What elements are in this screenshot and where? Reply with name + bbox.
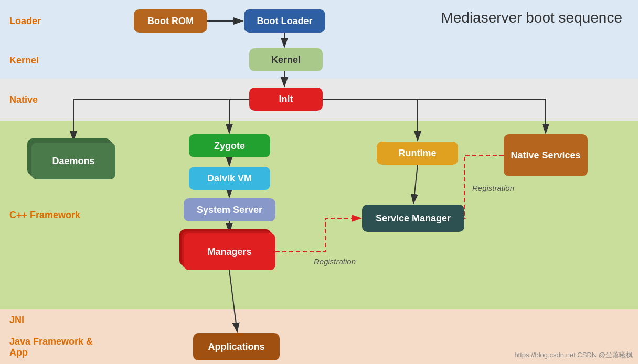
dalvik-node: Dalvik VM — [189, 167, 270, 190]
layer-kernel-label: Kernel — [0, 55, 105, 66]
diagram-title: Mediaserver boot sequence — [441, 9, 622, 26]
layer-jni: JNI — [0, 309, 638, 330]
init-node: Init — [249, 88, 323, 111]
layer-cpp-label: C++ Framework — [0, 210, 105, 221]
zygote-node: Zygote — [189, 134, 270, 157]
watermark: https://blog.csdn.net CSDN @尘落曦枫 — [514, 350, 633, 360]
system-server-node: System Server — [184, 198, 275, 221]
daemons-node: Daemons — [31, 143, 115, 179]
registration-label-2: Registration — [472, 184, 514, 192]
service-manager-node: Service Manager — [362, 205, 464, 232]
applications-node: Applications — [193, 333, 280, 360]
layer-loader-label: Loader — [0, 16, 105, 27]
layer-native-label: Native — [0, 94, 105, 105]
managers-node: Managers — [184, 233, 275, 270]
boot-rom-node: Boot ROM — [134, 9, 207, 33]
registration-label-1: Registration — [314, 257, 356, 266]
runtime-node: Runtime — [377, 142, 458, 165]
native-services-node: Native Services — [504, 134, 588, 176]
boot-loader-node: Boot Loader — [244, 9, 325, 33]
kernel-node: Kernel — [249, 48, 323, 71]
layer-jni-label: JNI — [0, 315, 105, 326]
layer-java-label: Java Framework & App — [0, 336, 105, 358]
diagram-container: Loader Kernel Native C++ Framework JNI J… — [0, 0, 638, 364]
